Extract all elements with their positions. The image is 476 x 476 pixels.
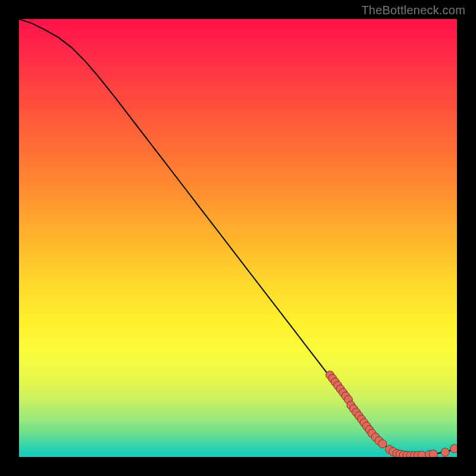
watermark-text: TheBottleneck.com — [361, 4, 465, 17]
plot-area — [19, 19, 457, 457]
data-dots — [326, 371, 457, 457]
data-dot — [378, 440, 387, 448]
data-dot — [441, 448, 449, 456]
data-dot — [418, 451, 426, 457]
data-dot — [429, 450, 437, 457]
main-curve — [19, 19, 457, 456]
chart-svg — [19, 19, 457, 457]
data-dot — [450, 444, 457, 453]
